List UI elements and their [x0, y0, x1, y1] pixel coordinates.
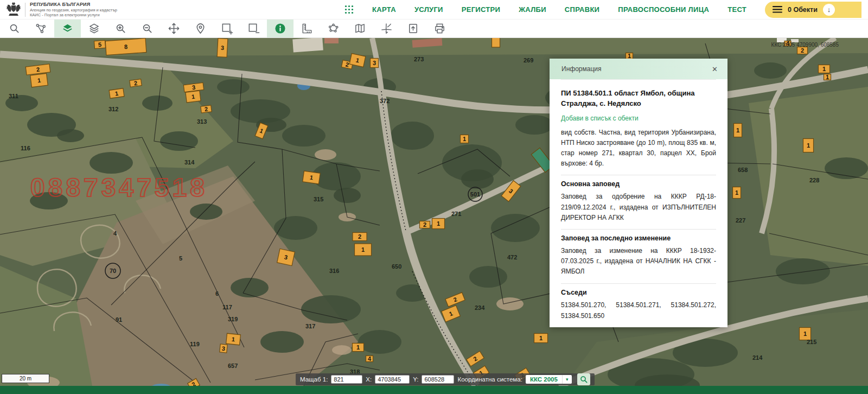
scalebar-label: 20 m — [20, 376, 31, 382]
logo-area[interactable]: РЕПУБЛИКА БЪЛГАРИЯ Агенция по геодезия, … — [0, 2, 117, 18]
zoom-out-tool[interactable] — [134, 20, 161, 37]
road-junction-icon — [380, 22, 393, 35]
parcel-number-label: 116 — [21, 145, 30, 151]
parcel-number-label: 372 — [380, 98, 390, 104]
map-building[interactable]: 2 — [201, 105, 212, 113]
map-building[interactable]: 5 — [94, 40, 106, 48]
parcel-number-label: 316 — [329, 268, 339, 274]
road-junction-tool[interactable] — [373, 20, 400, 37]
brand-subtitle-2: КАИС - Портал за електронни услуги — [30, 12, 117, 17]
coordinates-search-button[interactable] — [577, 373, 590, 385]
nav-item-karta[interactable]: КАРТА — [372, 5, 396, 14]
zoom-out-icon — [141, 22, 154, 35]
map-building[interactable]: 1 — [186, 91, 201, 103]
apps-grid-icon[interactable] — [344, 5, 354, 14]
measure-area-tool[interactable] — [320, 20, 347, 37]
zoom-in-tool[interactable] — [107, 20, 134, 37]
map-building[interactable]: 1 — [733, 187, 741, 199]
crs-select[interactable]: ККС 2005 — [526, 375, 562, 384]
crs-value: ККС 2005 — [530, 376, 558, 383]
zoom-rect-out-tool[interactable] — [240, 20, 267, 37]
map-sheets-icon — [354, 22, 366, 35]
object-tree-tool[interactable] — [28, 20, 54, 37]
map-building[interactable]: 3 — [277, 249, 295, 265]
last-change-order-text: Заповед за изменение на КККР 18-1932-07.… — [561, 246, 716, 277]
logo-divider — [25, 3, 25, 17]
parcel-number-label: 214 — [752, 354, 763, 361]
parcel-number-label: 317 — [305, 323, 315, 329]
x-coordinate-input[interactable] — [375, 375, 410, 384]
measure-length-tool[interactable] — [293, 20, 320, 37]
y-coordinate-input[interactable] — [422, 375, 454, 384]
map-canvas[interactable]: 8532121312213142111113213212113214212561… — [0, 38, 868, 386]
nav-item-zhalbi[interactable]: ЖАЛБИ — [519, 5, 546, 14]
scale-input[interactable] — [331, 375, 362, 384]
map-building[interactable]: 1 — [109, 88, 124, 98]
close-icon[interactable]: ✕ — [710, 64, 720, 74]
map-building[interactable]: 2 — [353, 233, 367, 241]
parcel-number-label: 472 — [507, 254, 517, 260]
main-nav: КАРТА УСЛУГИ РЕГИСТРИ ЖАЛБИ СПРАВКИ ПРАВ… — [344, 2, 868, 18]
neighbor-parcel[interactable]: 51384.501.272, — [671, 301, 716, 309]
map-building[interactable]: 2 — [797, 47, 808, 54]
parcel-number-label: 314 — [184, 159, 195, 166]
map-building[interactable]: 4 — [366, 355, 373, 362]
map-building[interactable]: 1 — [824, 74, 831, 80]
base-layers-tool[interactable] — [54, 20, 81, 37]
main-order-text: Заповед за одобрение на КККР РД-18-219/0… — [561, 192, 716, 223]
crs-dropdown-arrow[interactable]: ▾ — [562, 375, 572, 384]
map-building[interactable]: 8 — [105, 38, 146, 55]
last-change-order-heading: Заповед за последно изменение — [561, 229, 716, 246]
zoom-rect-out-icon — [247, 22, 260, 35]
building-floor-label: 2 — [801, 47, 804, 54]
map-building[interactable]: 3 — [371, 59, 379, 68]
map-building[interactable]: 1 — [819, 65, 830, 73]
neighbor-parcel[interactable]: 51384.501.271, — [616, 301, 661, 309]
search-tool[interactable] — [1, 20, 28, 37]
print-tool[interactable] — [426, 20, 453, 37]
map-building[interactable]: 1 — [461, 135, 469, 143]
export-tool[interactable] — [400, 20, 426, 37]
parcel-number-label: 119 — [190, 341, 200, 347]
map-building[interactable]: 1 — [534, 334, 548, 343]
map-building[interactable]: 1 — [355, 244, 372, 256]
parcel-details-text: вид собств. Частна, вид територия Урбани… — [561, 128, 716, 169]
map-building[interactable]: 2 — [420, 221, 430, 228]
info-tool[interactable] — [267, 20, 293, 37]
building-floor-label: 1 — [826, 74, 829, 80]
map-building[interactable]: 1 — [734, 124, 742, 137]
map-building[interactable]: 1 — [226, 333, 241, 345]
map-building[interactable]: 1 — [30, 73, 48, 87]
info-panel-header[interactable]: Информация ✕ — [550, 59, 727, 79]
map-building[interactable] — [492, 38, 500, 47]
objects-list-button[interactable]: 0 Обекти ↓ — [765, 2, 861, 18]
nav-item-test[interactable]: ТЕСТ — [727, 5, 746, 14]
nav-item-uslugi[interactable]: УСЛУГИ — [414, 5, 443, 14]
map-sheets-tool[interactable] — [347, 20, 373, 37]
layers-tool[interactable] — [81, 20, 107, 37]
nav-item-registri[interactable]: РЕГИСТРИ — [462, 5, 500, 14]
app-header: РЕПУБЛИКА БЪЛГАРИЯ Агенция по геодезия, … — [0, 0, 868, 20]
add-to-objects-link[interactable]: Добави в списък с обекти — [561, 115, 716, 122]
zoom-rect-in-tool[interactable] — [214, 20, 240, 37]
watermark-phone: 0887347518 — [30, 173, 208, 202]
map-building[interactable]: 3 — [217, 39, 228, 58]
nav-item-pravosposobni-litsa[interactable]: ПРАВОСПОСОБНИ ЛИЦА — [618, 5, 709, 14]
nav-item-spravki[interactable]: СПРАВКИ — [565, 5, 599, 14]
map-building[interactable]: 3 — [220, 344, 227, 353]
neighbor-parcel[interactable]: 51384.501.650 — [561, 312, 604, 320]
objects-expand-button[interactable]: ↓ — [823, 4, 835, 16]
neighbor-parcel[interactable]: 51384.501.270, — [561, 301, 606, 309]
pan-tool[interactable] — [161, 20, 187, 37]
building-floor-label: 1 — [463, 136, 466, 142]
map-building[interactable]: 1 — [353, 344, 364, 352]
y-label: Y: — [413, 376, 418, 383]
map-building[interactable]: 2 — [130, 79, 142, 87]
hamburger-icon — [773, 6, 782, 13]
location-pin-tool[interactable] — [187, 20, 214, 37]
map-building[interactable]: 1 — [803, 139, 814, 152]
crs-label: Координатна система: — [457, 376, 522, 383]
map-building[interactable]: 1 — [432, 219, 445, 229]
measure-area-icon — [327, 22, 340, 35]
map-building[interactable]: 1 — [303, 171, 320, 184]
